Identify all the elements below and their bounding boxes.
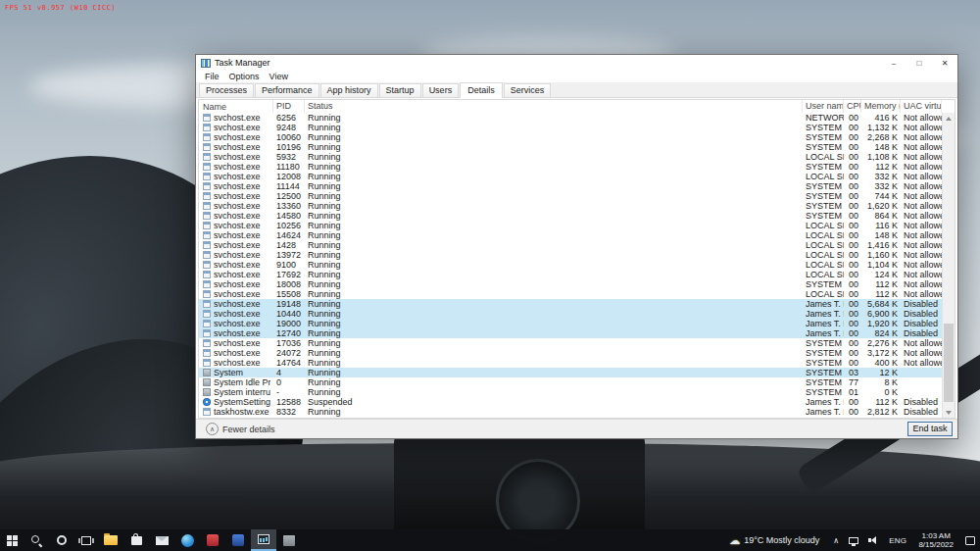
tab-performance[interactable]: Performance bbox=[255, 83, 319, 97]
start-button[interactable] bbox=[0, 529, 24, 551]
taskbar-app-store[interactable] bbox=[123, 529, 149, 551]
process-row[interactable]: svchost.exe 15508 Running LOCAL SE... 00… bbox=[199, 289, 942, 299]
maximize-button[interactable]: □ bbox=[906, 55, 932, 71]
process-row[interactable]: svchost.exe 10196 Running SYSTEM 00 148 … bbox=[199, 142, 942, 152]
process-row[interactable]: svchost.exe 13972 Running LOCAL SE... 00… bbox=[199, 250, 942, 260]
process-row[interactable]: SystemSettings.exe 12588 Suspended James… bbox=[199, 397, 942, 407]
action-center-button[interactable] bbox=[960, 536, 980, 545]
process-pid: 6256 bbox=[273, 113, 305, 123]
process-row[interactable]: taskhostw.exe 8332 Running James T. Ki..… bbox=[199, 407, 942, 417]
minimize-button[interactable]: – bbox=[881, 55, 906, 71]
column-header-pid[interactable]: PID bbox=[273, 100, 305, 113]
tab-services[interactable]: Services bbox=[504, 83, 552, 97]
process-row[interactable]: svchost.exe 14580 Running SYSTEM 00 864 … bbox=[199, 211, 942, 221]
process-status: Running bbox=[305, 132, 803, 142]
taskbar-app-task-manager[interactable] bbox=[251, 529, 276, 551]
taskbar-app-app-gray[interactable] bbox=[276, 529, 302, 551]
process-row[interactable]: System Idle Process 0 Running SYSTEM 77 … bbox=[199, 377, 942, 387]
task-view-icon bbox=[81, 536, 91, 545]
process-row[interactable]: svchost.exe 10440 Running James T. Ki...… bbox=[199, 309, 942, 319]
process-row[interactable]: svchost.exe 10256 Running LOCAL SE... 00… bbox=[199, 221, 942, 230]
process-row[interactable]: svchost.exe 6256 Running NETWORK... 00 4… bbox=[199, 113, 942, 123]
process-row[interactable]: System 4 Running SYSTEM 03 12 K bbox=[199, 368, 942, 377]
tab-app-history[interactable]: App history bbox=[320, 83, 378, 97]
process-row[interactable]: svchost.exe 12740 Running James T. Ki...… bbox=[199, 328, 942, 338]
process-name: System bbox=[214, 368, 243, 377]
menu-file[interactable]: File bbox=[200, 72, 224, 81]
tab-startup[interactable]: Startup bbox=[379, 83, 421, 97]
process-row[interactable]: svchost.exe 9248 Running SYSTEM 00 1,132… bbox=[199, 123, 942, 132]
task-view-button[interactable] bbox=[74, 529, 98, 551]
process-status: Running bbox=[305, 181, 803, 191]
process-status: Running bbox=[305, 113, 803, 123]
taskbar-app-edge[interactable] bbox=[174, 529, 200, 551]
process-row[interactable]: Taskmgr.exe 21104 Running James T. Ki...… bbox=[199, 417, 942, 418]
system-tray: ☁ 19°C Mostly cloudy ∧ ENG 1:03 AM 8/15/… bbox=[720, 529, 980, 551]
clock[interactable]: 1:03 AM 8/15/2022 bbox=[911, 531, 960, 549]
process-pid: 10196 bbox=[273, 142, 305, 152]
menu-options[interactable]: Options bbox=[224, 72, 265, 81]
hidden-icons-button[interactable]: ∧ bbox=[828, 536, 844, 545]
column-header-user[interactable]: User name bbox=[803, 100, 844, 113]
process-row[interactable]: svchost.exe 12500 Running SYSTEM 00 744 … bbox=[199, 191, 942, 201]
taskbar-app-app-red[interactable] bbox=[200, 529, 225, 551]
process-user: James T. Ki... bbox=[803, 407, 844, 417]
process-memory: 6,900 K bbox=[861, 309, 901, 319]
process-cpu: 00 bbox=[844, 123, 861, 132]
process-icon bbox=[203, 173, 211, 180]
taskbar-app-file-explorer[interactable] bbox=[98, 529, 123, 551]
column-header-uac[interactable]: UAC virtualizat... bbox=[901, 100, 942, 113]
process-row[interactable]: svchost.exe 24072 Running SYSTEM 00 3,17… bbox=[199, 348, 942, 358]
process-uac: Disabled bbox=[901, 309, 942, 319]
menu-view[interactable]: View bbox=[265, 72, 293, 81]
process-row[interactable]: svchost.exe 17036 Running SYSTEM 00 2,27… bbox=[199, 338, 942, 348]
network-button[interactable] bbox=[844, 537, 863, 544]
taskbar-app-app-blue[interactable] bbox=[225, 529, 251, 551]
process-row[interactable]: svchost.exe 10060 Running SYSTEM 00 2,26… bbox=[199, 132, 942, 142]
process-pid: 1428 bbox=[273, 240, 305, 250]
process-row[interactable]: svchost.exe 1428 Running LOCAL SE... 00 … bbox=[199, 240, 942, 250]
fewer-details-toggle[interactable]: ∧ Fewer details bbox=[201, 422, 280, 436]
process-status: Running bbox=[305, 407, 803, 417]
process-row[interactable]: svchost.exe 14764 Running SYSTEM 00 400 … bbox=[199, 358, 942, 368]
title-bar[interactable]: Task Manager – □ ✕ bbox=[196, 55, 957, 71]
close-button[interactable]: ✕ bbox=[932, 55, 957, 71]
column-header-cpu[interactable]: CPU bbox=[844, 100, 861, 113]
column-header-name[interactable]: Name bbox=[199, 100, 273, 113]
tab-details[interactable]: Details bbox=[460, 82, 503, 98]
process-row[interactable]: svchost.exe 18008 Running SYSTEM 00 112 … bbox=[199, 279, 942, 289]
weather-widget[interactable]: ☁ 19°C Mostly cloudy bbox=[720, 535, 828, 546]
cortana-button[interactable] bbox=[49, 529, 74, 551]
mail-icon bbox=[156, 536, 169, 545]
process-row[interactable]: svchost.exe 11144 Running SYSTEM 00 332 … bbox=[199, 181, 942, 191]
process-row[interactable]: svchost.exe 19000 Running James T. Ki...… bbox=[199, 319, 942, 328]
tab-users[interactable]: Users bbox=[422, 83, 460, 97]
volume-button[interactable] bbox=[863, 535, 884, 545]
search-button[interactable] bbox=[24, 529, 49, 551]
process-status: Running bbox=[305, 240, 803, 250]
process-row[interactable]: svchost.exe 12008 Running LOCAL SE... 00… bbox=[199, 172, 942, 181]
column-header-status[interactable]: Status bbox=[305, 100, 803, 113]
process-status: Running bbox=[305, 387, 803, 397]
process-cpu: 00 bbox=[844, 152, 861, 162]
language-indicator[interactable]: ENG bbox=[884, 536, 911, 545]
process-row[interactable]: System interrupts - Running SYSTEM 01 0 … bbox=[199, 387, 942, 397]
process-row[interactable]: svchost.exe 5932 Running LOCAL SE... 00 … bbox=[199, 152, 942, 162]
taskbar-app-mail[interactable] bbox=[149, 529, 174, 551]
process-memory: 2,276 K bbox=[861, 338, 901, 348]
end-task-button[interactable]: End task bbox=[907, 422, 953, 436]
process-row[interactable]: svchost.exe 14624 Running LOCAL SE... 00… bbox=[199, 230, 942, 240]
process-row[interactable]: svchost.exe 13360 Running SYSTEM 00 1,62… bbox=[199, 201, 942, 211]
scroll-up-arrow-icon[interactable] bbox=[943, 113, 955, 124]
process-row[interactable]: svchost.exe 17692 Running LOCAL SE... 00… bbox=[199, 270, 942, 279]
scroll-down-arrow-icon[interactable] bbox=[943, 407, 955, 418]
fewer-details-label: Fewer details bbox=[222, 425, 275, 434]
process-row[interactable]: svchost.exe 11180 Running SYSTEM 00 112 … bbox=[199, 162, 942, 172]
column-header-mem[interactable]: Memory (a... bbox=[861, 100, 901, 113]
process-row[interactable]: svchost.exe 9100 Running LOCAL SE... 00 … bbox=[199, 260, 942, 270]
tab-processes[interactable]: Processes bbox=[199, 83, 254, 97]
process-row[interactable]: svchost.exe 19148 Running James T. Ki...… bbox=[199, 299, 942, 309]
process-user: LOCAL SE... bbox=[803, 221, 844, 230]
scrollbar-thumb[interactable] bbox=[944, 324, 954, 403]
vertical-scrollbar[interactable] bbox=[942, 113, 955, 418]
